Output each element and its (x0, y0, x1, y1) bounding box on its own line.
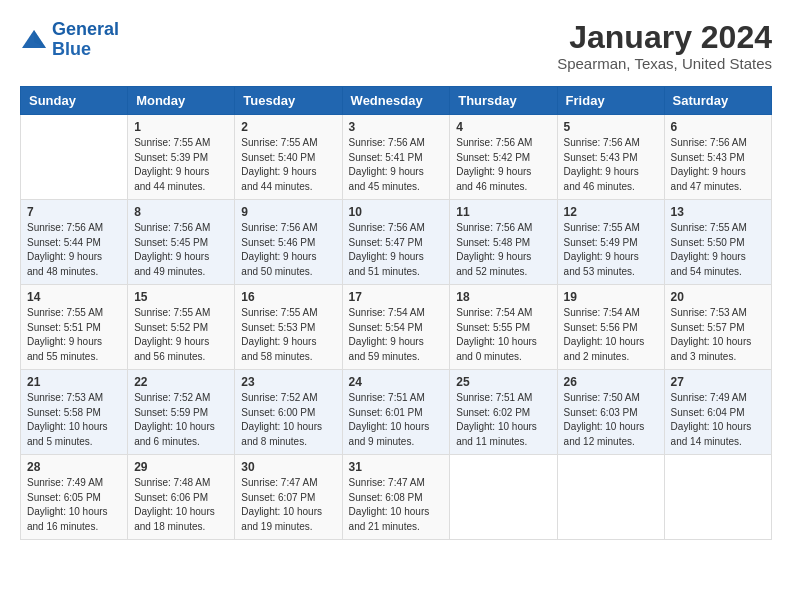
calendar-cell: 23Sunrise: 7:52 AMSunset: 6:00 PMDayligh… (235, 370, 342, 455)
day-number: 1 (134, 120, 228, 134)
day-number: 30 (241, 460, 335, 474)
calendar-table: SundayMondayTuesdayWednesdayThursdayFrid… (20, 86, 772, 540)
calendar-week-row: 1Sunrise: 7:55 AMSunset: 5:39 PMDaylight… (21, 115, 772, 200)
day-info: Sunrise: 7:54 AMSunset: 5:56 PMDaylight:… (564, 306, 658, 364)
day-info: Sunrise: 7:49 AMSunset: 6:05 PMDaylight:… (27, 476, 121, 534)
day-header-monday: Monday (128, 87, 235, 115)
day-info: Sunrise: 7:48 AMSunset: 6:06 PMDaylight:… (134, 476, 228, 534)
logo-icon (20, 28, 48, 52)
calendar-week-row: 21Sunrise: 7:53 AMSunset: 5:58 PMDayligh… (21, 370, 772, 455)
day-number: 13 (671, 205, 765, 219)
day-number: 12 (564, 205, 658, 219)
day-number: 4 (456, 120, 550, 134)
calendar-week-row: 14Sunrise: 7:55 AMSunset: 5:51 PMDayligh… (21, 285, 772, 370)
day-number: 9 (241, 205, 335, 219)
calendar-cell: 13Sunrise: 7:55 AMSunset: 5:50 PMDayligh… (664, 200, 771, 285)
day-info: Sunrise: 7:51 AMSunset: 6:01 PMDaylight:… (349, 391, 444, 449)
logo-text: General Blue (52, 20, 119, 60)
day-number: 27 (671, 375, 765, 389)
day-number: 7 (27, 205, 121, 219)
calendar-cell: 26Sunrise: 7:50 AMSunset: 6:03 PMDayligh… (557, 370, 664, 455)
calendar-week-row: 7Sunrise: 7:56 AMSunset: 5:44 PMDaylight… (21, 200, 772, 285)
calendar-cell: 3Sunrise: 7:56 AMSunset: 5:41 PMDaylight… (342, 115, 450, 200)
day-info: Sunrise: 7:54 AMSunset: 5:54 PMDaylight:… (349, 306, 444, 364)
calendar-cell: 20Sunrise: 7:53 AMSunset: 5:57 PMDayligh… (664, 285, 771, 370)
day-info: Sunrise: 7:56 AMSunset: 5:44 PMDaylight:… (27, 221, 121, 279)
calendar-cell: 6Sunrise: 7:56 AMSunset: 5:43 PMDaylight… (664, 115, 771, 200)
calendar-cell (21, 115, 128, 200)
calendar-week-row: 28Sunrise: 7:49 AMSunset: 6:05 PMDayligh… (21, 455, 772, 540)
day-number: 11 (456, 205, 550, 219)
day-number: 29 (134, 460, 228, 474)
calendar-cell: 27Sunrise: 7:49 AMSunset: 6:04 PMDayligh… (664, 370, 771, 455)
day-info: Sunrise: 7:56 AMSunset: 5:42 PMDaylight:… (456, 136, 550, 194)
day-number: 22 (134, 375, 228, 389)
day-info: Sunrise: 7:53 AMSunset: 5:57 PMDaylight:… (671, 306, 765, 364)
day-header-thursday: Thursday (450, 87, 557, 115)
day-number: 19 (564, 290, 658, 304)
calendar-cell: 10Sunrise: 7:56 AMSunset: 5:47 PMDayligh… (342, 200, 450, 285)
calendar-cell: 16Sunrise: 7:55 AMSunset: 5:53 PMDayligh… (235, 285, 342, 370)
day-number: 21 (27, 375, 121, 389)
day-header-wednesday: Wednesday (342, 87, 450, 115)
calendar-cell (664, 455, 771, 540)
calendar-cell: 5Sunrise: 7:56 AMSunset: 5:43 PMDaylight… (557, 115, 664, 200)
day-number: 15 (134, 290, 228, 304)
day-number: 28 (27, 460, 121, 474)
day-info: Sunrise: 7:51 AMSunset: 6:02 PMDaylight:… (456, 391, 550, 449)
day-info: Sunrise: 7:53 AMSunset: 5:58 PMDaylight:… (27, 391, 121, 449)
day-number: 23 (241, 375, 335, 389)
day-info: Sunrise: 7:56 AMSunset: 5:43 PMDaylight:… (564, 136, 658, 194)
title-block: January 2024 Spearman, Texas, United Sta… (557, 20, 772, 72)
day-info: Sunrise: 7:55 AMSunset: 5:49 PMDaylight:… (564, 221, 658, 279)
page-header: General Blue January 2024 Spearman, Texa… (20, 20, 772, 72)
day-number: 14 (27, 290, 121, 304)
calendar-cell: 22Sunrise: 7:52 AMSunset: 5:59 PMDayligh… (128, 370, 235, 455)
day-info: Sunrise: 7:47 AMSunset: 6:08 PMDaylight:… (349, 476, 444, 534)
calendar-cell: 4Sunrise: 7:56 AMSunset: 5:42 PMDaylight… (450, 115, 557, 200)
calendar-cell: 17Sunrise: 7:54 AMSunset: 5:54 PMDayligh… (342, 285, 450, 370)
day-info: Sunrise: 7:49 AMSunset: 6:04 PMDaylight:… (671, 391, 765, 449)
calendar-cell: 11Sunrise: 7:56 AMSunset: 5:48 PMDayligh… (450, 200, 557, 285)
day-info: Sunrise: 7:50 AMSunset: 6:03 PMDaylight:… (564, 391, 658, 449)
day-number: 25 (456, 375, 550, 389)
day-number: 16 (241, 290, 335, 304)
day-header-friday: Friday (557, 87, 664, 115)
calendar-cell: 19Sunrise: 7:54 AMSunset: 5:56 PMDayligh… (557, 285, 664, 370)
calendar-cell: 18Sunrise: 7:54 AMSunset: 5:55 PMDayligh… (450, 285, 557, 370)
day-number: 20 (671, 290, 765, 304)
day-header-saturday: Saturday (664, 87, 771, 115)
day-info: Sunrise: 7:54 AMSunset: 5:55 PMDaylight:… (456, 306, 550, 364)
calendar-cell: 15Sunrise: 7:55 AMSunset: 5:52 PMDayligh… (128, 285, 235, 370)
day-number: 3 (349, 120, 444, 134)
day-number: 5 (564, 120, 658, 134)
day-number: 31 (349, 460, 444, 474)
day-info: Sunrise: 7:52 AMSunset: 5:59 PMDaylight:… (134, 391, 228, 449)
location-subtitle: Spearman, Texas, United States (557, 55, 772, 72)
day-number: 10 (349, 205, 444, 219)
calendar-cell: 25Sunrise: 7:51 AMSunset: 6:02 PMDayligh… (450, 370, 557, 455)
day-number: 2 (241, 120, 335, 134)
calendar-cell: 29Sunrise: 7:48 AMSunset: 6:06 PMDayligh… (128, 455, 235, 540)
calendar-header-row: SundayMondayTuesdayWednesdayThursdayFrid… (21, 87, 772, 115)
month-title: January 2024 (557, 20, 772, 55)
calendar-cell: 1Sunrise: 7:55 AMSunset: 5:39 PMDaylight… (128, 115, 235, 200)
day-info: Sunrise: 7:55 AMSunset: 5:51 PMDaylight:… (27, 306, 121, 364)
day-info: Sunrise: 7:55 AMSunset: 5:53 PMDaylight:… (241, 306, 335, 364)
calendar-cell (557, 455, 664, 540)
day-info: Sunrise: 7:56 AMSunset: 5:41 PMDaylight:… (349, 136, 444, 194)
day-header-sunday: Sunday (21, 87, 128, 115)
calendar-cell: 14Sunrise: 7:55 AMSunset: 5:51 PMDayligh… (21, 285, 128, 370)
calendar-cell: 21Sunrise: 7:53 AMSunset: 5:58 PMDayligh… (21, 370, 128, 455)
day-number: 6 (671, 120, 765, 134)
day-number: 18 (456, 290, 550, 304)
day-number: 24 (349, 375, 444, 389)
calendar-cell: 7Sunrise: 7:56 AMSunset: 5:44 PMDaylight… (21, 200, 128, 285)
day-info: Sunrise: 7:56 AMSunset: 5:48 PMDaylight:… (456, 221, 550, 279)
calendar-cell: 24Sunrise: 7:51 AMSunset: 6:01 PMDayligh… (342, 370, 450, 455)
day-number: 8 (134, 205, 228, 219)
calendar-cell: 28Sunrise: 7:49 AMSunset: 6:05 PMDayligh… (21, 455, 128, 540)
calendar-cell: 2Sunrise: 7:55 AMSunset: 5:40 PMDaylight… (235, 115, 342, 200)
calendar-cell: 8Sunrise: 7:56 AMSunset: 5:45 PMDaylight… (128, 200, 235, 285)
calendar-cell: 31Sunrise: 7:47 AMSunset: 6:08 PMDayligh… (342, 455, 450, 540)
